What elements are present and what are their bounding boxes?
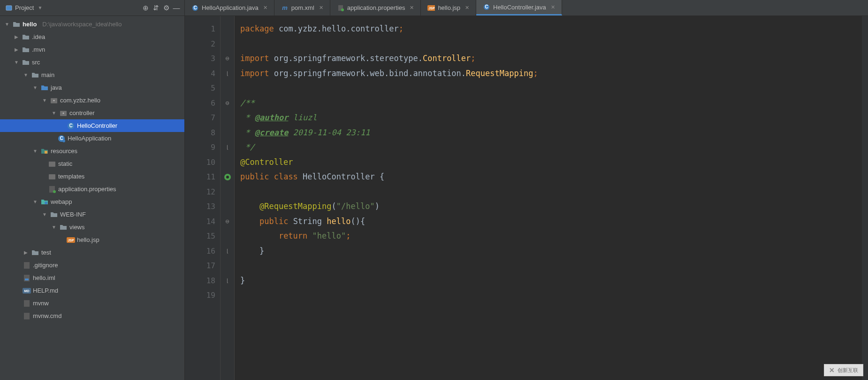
- svg-text:C: C: [193, 5, 197, 10]
- tree-idea[interactable]: ▶ .idea: [0, 31, 184, 43]
- close-icon[interactable]: ✕: [551, 4, 555, 10]
- resources-folder-icon: [40, 147, 49, 155]
- tree-main[interactable]: ▼ main: [0, 69, 184, 81]
- parens: (): [350, 217, 360, 226]
- tree-label: application.properties: [58, 186, 116, 193]
- fold-end-icon[interactable]: ⌊: [227, 70, 228, 77]
- tree-hello-application[interactable]: C HelloApplication: [0, 132, 184, 145]
- tab-label: pom.xml: [291, 4, 314, 11]
- tab-hello-jsp[interactable]: JSP hello.jsp ✕: [421, 0, 476, 16]
- line-number: 5: [185, 81, 215, 96]
- kw-import: import: [240, 69, 269, 78]
- tree-label: static: [58, 160, 72, 167]
- tab-pom[interactable]: m pom.xml ✕: [274, 0, 330, 16]
- fold-icon[interactable]: ⊖: [225, 55, 229, 62]
- hide-icon[interactable]: —: [171, 3, 182, 13]
- project-tree[interactable]: ▼ hello D:\java\workspace_idea\hello ▶ .…: [0, 16, 184, 380]
- inspection-stripe[interactable]: [861, 16, 868, 380]
- tree-src[interactable]: ▼ src: [0, 56, 184, 69]
- tree-hello-controller[interactable]: C HelloController: [0, 119, 184, 132]
- svg-point-35: [226, 176, 229, 178]
- svg-point-14: [53, 190, 56, 193]
- tab-label: HelloApplication.java: [202, 4, 259, 11]
- tree-label: hello.iml: [33, 274, 55, 281]
- java-class-icon: C: [483, 3, 490, 11]
- svg-rect-24: [24, 313, 30, 319]
- tree-resources[interactable]: ▼ resources: [0, 145, 184, 157]
- fold-icon[interactable]: ⊖: [225, 100, 229, 106]
- tree-mvnw[interactable]: mvnw: [0, 297, 184, 310]
- tree-label: WEB-INF: [60, 211, 86, 218]
- svg-point-29: [341, 8, 344, 11]
- fold-end-icon[interactable]: ⌊: [227, 278, 228, 284]
- tree-mvn[interactable]: ▶ .mvn: [0, 43, 184, 56]
- return-type: String: [293, 217, 322, 226]
- tab-app-props[interactable]: application.properties ✕: [330, 0, 421, 16]
- svg-text:JSP: JSP: [68, 239, 74, 242]
- svg-rect-0: [6, 6, 12, 10]
- tree-label: HelloApplication: [68, 135, 111, 142]
- project-view-selector[interactable]: Project ▼: [3, 3, 46, 12]
- semi: ;: [533, 69, 538, 78]
- tree-static[interactable]: static: [0, 157, 184, 170]
- tree-app-props[interactable]: application.properties: [0, 183, 184, 195]
- code-content[interactable]: package com.yzbz.hello.controller; impor…: [235, 16, 861, 380]
- tree-templates[interactable]: templates: [0, 170, 184, 183]
- rbrace: }: [240, 276, 245, 285]
- annotation-controller: @Controller: [240, 157, 293, 167]
- tab-label: hello.jsp: [438, 4, 460, 11]
- tree-label: java: [51, 84, 62, 91]
- tree-views[interactable]: ▼ views: [0, 221, 184, 233]
- close-icon[interactable]: ✕: [465, 5, 469, 11]
- code-area[interactable]: 1 2 3 4 5 6 7 8 9 10 11 12 13 14 15 16 1: [185, 16, 868, 380]
- tree-mvnw-cmd[interactable]: mvnw.cmd: [0, 310, 184, 322]
- tree-test[interactable]: ▶ test: [0, 246, 184, 259]
- tab-hello-controller[interactable]: C HelloController.java ✕: [476, 0, 562, 16]
- gear-icon[interactable]: ⚙: [161, 3, 171, 13]
- folder-icon: [31, 71, 39, 79]
- tree-root[interactable]: ▼ hello D:\java\workspace_idea\hello: [0, 18, 184, 31]
- tree-label: views: [69, 224, 85, 231]
- locate-icon[interactable]: ⊕: [140, 3, 151, 13]
- javadoc-create-tag: @create: [255, 128, 289, 137]
- tree-label: hello: [23, 21, 37, 28]
- line-number: 19: [185, 288, 215, 303]
- line-number: 14: [185, 214, 215, 229]
- folder-icon: [22, 33, 30, 41]
- close-icon[interactable]: ✕: [263, 5, 267, 11]
- import-class: Controller: [423, 54, 471, 63]
- fold-end-icon[interactable]: ⌊: [227, 248, 228, 254]
- semi: ;: [346, 231, 350, 240]
- package-name: com.yzbz.hello.controller: [279, 24, 399, 33]
- tree-package[interactable]: ▼ com.yzbz.hello: [0, 94, 184, 107]
- close-icon[interactable]: ✕: [319, 5, 323, 11]
- watermark: ✕ 创新互联: [824, 364, 863, 376]
- fold-icon[interactable]: ⊖: [225, 218, 229, 225]
- fold-end-icon[interactable]: ⌊: [227, 144, 228, 150]
- tree-controller-pkg[interactable]: ▼ controller: [0, 107, 184, 119]
- tree-java[interactable]: ▼ java: [0, 81, 184, 94]
- tree-webinf[interactable]: ▼ WEB-INF: [0, 208, 184, 221]
- svg-text:C: C: [69, 123, 72, 128]
- line-number: 16: [185, 244, 215, 259]
- svg-rect-12: [49, 174, 55, 179]
- tree-gitignore[interactable]: .gitignore: [0, 259, 184, 271]
- main-split: Project ▼ ⊕ ⇵ ⚙ — ▼ hello D:\java\worksp…: [0, 0, 868, 380]
- tree-webapp[interactable]: ▼ webapp: [0, 195, 184, 208]
- chevron-down-icon: ▼: [23, 72, 29, 78]
- spring-bean-icon[interactable]: [224, 173, 231, 181]
- folder-icon: [22, 46, 30, 54]
- tree-path: D:\java\workspace_idea\hello: [42, 21, 122, 28]
- tree-help-md[interactable]: MD HELP.md: [0, 284, 184, 297]
- project-tool-header: Project ▼ ⊕ ⇵ ⚙ —: [0, 0, 184, 16]
- watermark-logo-icon: ✕: [829, 366, 835, 374]
- tree-label: templates: [58, 173, 84, 180]
- tree-hello-jsp[interactable]: JSP hello.jsp: [0, 233, 184, 246]
- close-icon[interactable]: ✕: [410, 5, 414, 11]
- tab-hello-application[interactable]: C HelloApplication.java ✕: [185, 0, 274, 16]
- javadoc-close: */: [240, 142, 255, 152]
- kw-class: class: [274, 172, 298, 181]
- tree-hello-iml[interactable]: hello.iml: [0, 271, 184, 284]
- tree-label: HELP.md: [33, 287, 58, 294]
- collapse-all-icon[interactable]: ⇵: [151, 3, 161, 13]
